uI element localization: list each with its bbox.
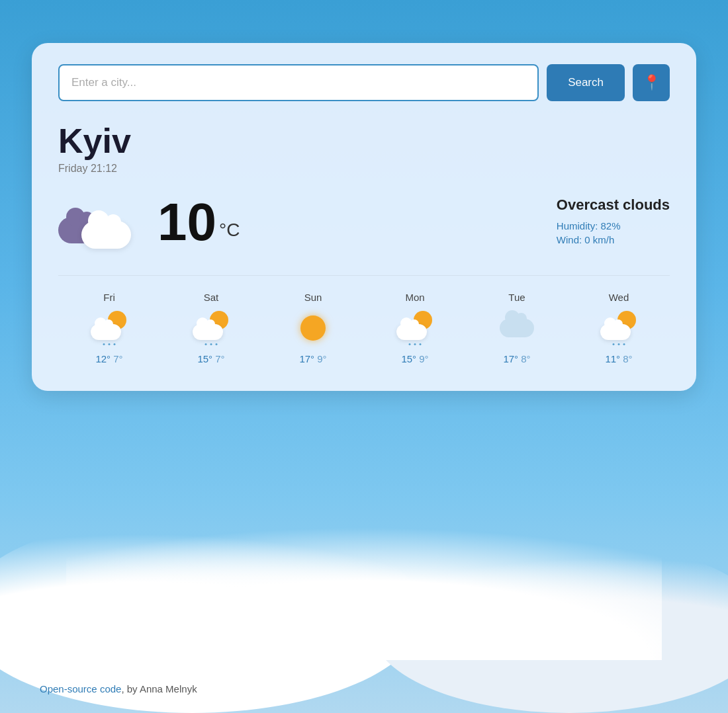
forecast-icon bbox=[191, 308, 231, 348]
rain-dot bbox=[618, 343, 620, 345]
condition-text: Overcast clouds bbox=[557, 196, 670, 214]
temp-low: 8° bbox=[623, 353, 632, 364]
weather-card: Search 📍 Kyiv Friday 21:12 10°C Overcast… bbox=[32, 43, 696, 391]
bg-cloud-3 bbox=[66, 528, 662, 660]
rain-dots bbox=[409, 343, 422, 345]
search-button[interactable]: Search bbox=[547, 64, 625, 101]
rain-dot bbox=[103, 343, 105, 345]
rain-dot bbox=[216, 343, 218, 345]
rain-dot bbox=[613, 343, 615, 345]
forecast-temps: 15° 9° bbox=[401, 353, 428, 364]
forecast-day-name: Sun bbox=[304, 292, 322, 303]
temperature-value: 10 bbox=[158, 192, 216, 251]
location-button[interactable]: 📍 bbox=[633, 64, 670, 101]
forecast-icon bbox=[293, 308, 333, 348]
rain-dot bbox=[623, 343, 625, 345]
forecast-temps: 15° 7° bbox=[197, 353, 224, 364]
temp-high: 15° bbox=[401, 353, 416, 364]
city-date: Friday 21:12 bbox=[58, 163, 670, 175]
temp-high: 11° bbox=[605, 353, 620, 364]
temperature-display: 10°C bbox=[158, 196, 240, 249]
rain-dot bbox=[409, 343, 411, 345]
rain-dot bbox=[414, 343, 416, 345]
forecast-icon bbox=[599, 308, 639, 348]
rain-dots bbox=[103, 343, 116, 345]
forecast-day: Mon 15° 9° bbox=[364, 292, 466, 364]
rain-dot bbox=[109, 343, 111, 345]
forecast-temps: 17° 8° bbox=[503, 353, 530, 364]
forecast-temps: 12° 7° bbox=[95, 353, 122, 364]
wind-value: 0 km/h bbox=[584, 234, 614, 245]
temp-low: 7° bbox=[215, 353, 224, 364]
partial-cloud-icon bbox=[396, 324, 427, 340]
forecast-day-name: Tue bbox=[508, 292, 525, 303]
cloud-front bbox=[81, 221, 131, 249]
rain-dot bbox=[210, 343, 212, 345]
temp-low: 7° bbox=[113, 353, 122, 364]
temp-low: 9° bbox=[317, 353, 326, 364]
rain-dots bbox=[613, 343, 625, 345]
forecast-day-name: Wed bbox=[609, 292, 629, 303]
rain-dot bbox=[114, 343, 116, 345]
humidity-label: Humidity: bbox=[557, 220, 598, 231]
forecast-icon bbox=[89, 308, 129, 348]
partial-cloud-icon bbox=[91, 324, 121, 340]
rain-dot bbox=[205, 343, 207, 345]
temp-high: 15° bbox=[197, 353, 212, 364]
partial-cloud-icon bbox=[600, 324, 631, 340]
forecast-day: Fri 12° 7° bbox=[58, 292, 160, 364]
footer-author: , by Anna Melnyk bbox=[121, 683, 197, 694]
humidity-value: 82% bbox=[601, 220, 621, 231]
forecast-temps: 11° 8° bbox=[605, 353, 632, 364]
temp-high: 17° bbox=[299, 353, 314, 364]
temperature-unit: °C bbox=[219, 220, 240, 240]
forecast-row: Fri 12° 7°Sat 15° 7°Sun17° 9°Mon bbox=[58, 275, 670, 364]
cloud-icon bbox=[500, 319, 534, 337]
current-weather-icon bbox=[58, 196, 131, 249]
city-name: Kyiv bbox=[58, 122, 670, 160]
wind-detail: Wind: 0 km/h bbox=[557, 234, 670, 245]
sun-icon bbox=[300, 315, 326, 341]
weather-main: 10°C Overcast clouds Humidity: 82% Wind:… bbox=[58, 196, 670, 249]
city-search-input[interactable] bbox=[58, 64, 539, 101]
forecast-day: Wed 11° 8° bbox=[568, 292, 670, 364]
forecast-day: Tue17° 8° bbox=[466, 292, 568, 364]
rain-dots bbox=[205, 343, 218, 345]
humidity-detail: Humidity: 82% bbox=[557, 220, 670, 231]
forecast-day-name: Mon bbox=[405, 292, 424, 303]
forecast-day: Sun17° 9° bbox=[262, 292, 364, 364]
partial-cloud-icon bbox=[193, 324, 223, 340]
forecast-icon bbox=[497, 308, 537, 348]
temp-low: 9° bbox=[419, 353, 428, 364]
search-row: Search 📍 bbox=[58, 64, 670, 101]
weather-description: Overcast clouds Humidity: 82% Wind: 0 km… bbox=[557, 196, 670, 248]
wind-label: Wind: bbox=[557, 234, 582, 245]
footer: Open-source code, by Anna Melnyk bbox=[40, 683, 197, 694]
temp-low: 8° bbox=[521, 353, 530, 364]
temp-high: 17° bbox=[503, 353, 518, 364]
forecast-day-name: Sat bbox=[204, 292, 219, 303]
forecast-day: Sat 15° 7° bbox=[160, 292, 262, 364]
forecast-day-name: Fri bbox=[103, 292, 115, 303]
temp-high: 12° bbox=[95, 353, 111, 364]
source-code-link[interactable]: Open-source code bbox=[40, 683, 121, 694]
location-pin-icon: 📍 bbox=[643, 74, 660, 91]
rain-dot bbox=[420, 343, 422, 345]
forecast-icon bbox=[395, 308, 435, 348]
forecast-temps: 17° 9° bbox=[299, 353, 326, 364]
